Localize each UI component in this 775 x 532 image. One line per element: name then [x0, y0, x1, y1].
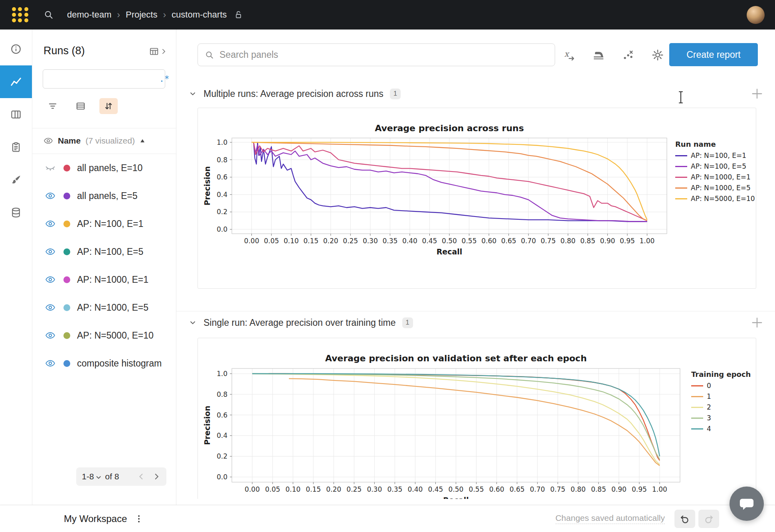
svg-text:0.8: 0.8 — [217, 156, 227, 164]
undo-button[interactable] — [674, 510, 695, 528]
rail-item-charts[interactable] — [0, 65, 32, 98]
chart-panel-average-precision-per-epoch[interactable]: 0.000.050.100.150.200.250.300.350.400.45… — [198, 338, 756, 499]
svg-text:1.00: 1.00 — [640, 237, 655, 245]
svg-text:0.25: 0.25 — [346, 485, 362, 493]
section-title[interactable]: Single run: Average precision over train… — [204, 317, 396, 328]
pagination-next-button[interactable] — [152, 472, 161, 481]
legend-entry: 0 — [691, 382, 751, 390]
rail-item-notes[interactable] — [0, 131, 32, 164]
breadcrumb-team[interactable]: demo-team — [67, 10, 111, 20]
run-row[interactable]: composite histogram — [32, 349, 176, 377]
workspace-main: x Create report Multiple runs: Average p… — [176, 30, 775, 499]
run-row[interactable]: all panels, E=10 — [32, 154, 176, 182]
breadcrumb-projects[interactable]: Projects — [126, 10, 157, 20]
legend-swatch — [675, 198, 687, 199]
runs-list: all panels, E=10all panels, E=5AP: N=100… — [32, 154, 176, 377]
run-row[interactable]: AP: N=100, E=1 — [32, 210, 176, 238]
run-row[interactable]: AP: N=1000, E=5 — [32, 294, 176, 321]
runs-table-expand-button[interactable] — [149, 46, 167, 57]
run-row[interactable]: AP: N=100, E=5 — [32, 238, 176, 266]
redo-button[interactable] — [698, 510, 719, 528]
eye-icon[interactable] — [45, 302, 55, 313]
svg-text:0.0: 0.0 — [217, 225, 227, 233]
pagination-of: of 8 — [105, 472, 119, 481]
pagination-range[interactable]: 1-8 — [82, 472, 94, 481]
create-report-button[interactable]: Create report — [669, 43, 758, 66]
wandb-logo-icon[interactable] — [12, 7, 29, 22]
eye-icon[interactable] — [45, 246, 55, 257]
outlier-removal-icon[interactable] — [619, 46, 637, 64]
workspace-name[interactable]: My Workspace — [64, 513, 127, 524]
chevron-down-icon[interactable] — [188, 318, 197, 327]
legend-swatch — [675, 166, 687, 167]
svg-text:0.30: 0.30 — [363, 237, 378, 245]
legend-label: AP: N=100, E=5 — [691, 162, 746, 170]
settings-gear-icon[interactable] — [649, 46, 666, 64]
legend-entry: 1 — [691, 392, 751, 400]
runs-search-input[interactable] — [51, 74, 159, 84]
breadcrumb: demo-team › Projects › custom-charts — [67, 10, 243, 20]
user-avatar[interactable] — [747, 6, 765, 24]
sort-button[interactable] — [99, 98, 118, 114]
autosave-status: Changes saved automatically — [556, 513, 665, 524]
eye-icon[interactable] — [45, 219, 55, 229]
svg-text:Average precision across runs: Average precision across runs — [375, 123, 524, 133]
svg-text:0.90: 0.90 — [611, 485, 627, 493]
run-row[interactable]: AP: N=1000, E=1 — [32, 266, 176, 294]
rail-item-artifacts[interactable] — [0, 196, 32, 229]
add-panel-button[interactable] — [750, 316, 764, 329]
runs-search-box: .* — [43, 69, 165, 89]
legend-label: AP: N=1000, E=5 — [691, 184, 751, 192]
navbar-search-icon[interactable] — [43, 9, 54, 20]
eye-icon[interactable] — [45, 358, 55, 368]
support-chat-button[interactable] — [730, 487, 764, 521]
smoothing-iron-icon[interactable] — [590, 46, 607, 64]
eye-off-icon[interactable] — [45, 163, 55, 173]
run-row[interactable]: all panels, E=5 — [32, 182, 176, 210]
group-button[interactable] — [71, 98, 90, 114]
section-title[interactable]: Multiple runs: Average precision across … — [204, 89, 384, 99]
name-column-label: Name — [58, 136, 81, 146]
figure: 0.000.050.100.150.200.250.300.350.400.45… — [198, 338, 756, 499]
legend-label: 1 — [707, 392, 711, 400]
panel-search-input[interactable] — [219, 49, 548, 60]
breadcrumb-project-name[interactable]: custom-charts — [172, 10, 227, 20]
legend-swatch — [675, 187, 687, 189]
left-rail — [0, 30, 32, 505]
regex-toggle[interactable]: .* — [159, 74, 169, 84]
workspace-menu-button[interactable] — [134, 514, 144, 524]
eye-icon[interactable] — [45, 330, 55, 341]
runs-name-header[interactable]: Name (7 visualized) — [43, 128, 145, 154]
svg-text:0.6: 0.6 — [217, 411, 227, 419]
unlock-icon — [234, 10, 243, 20]
svg-text:0.25: 0.25 — [343, 237, 358, 245]
filter-button[interactable] — [43, 98, 62, 114]
x-axis-settings-icon[interactable]: x — [560, 46, 578, 64]
chat-icon — [738, 495, 755, 512]
rail-item-sweeps[interactable] — [0, 164, 32, 196]
chart-panel-average-precision-across-runs[interactable]: 0.000.050.100.150.200.250.300.350.400.45… — [198, 108, 756, 289]
eye-icon[interactable] — [45, 274, 55, 285]
svg-text:0.10: 0.10 — [284, 237, 299, 245]
legend-swatch — [691, 418, 703, 419]
run-color-dot — [63, 248, 70, 255]
svg-text:0.00: 0.00 — [244, 237, 259, 245]
legend-swatch — [691, 428, 703, 430]
rail-item-overview[interactable] — [0, 33, 32, 65]
rail-item-panels[interactable] — [0, 98, 32, 131]
run-color-dot — [63, 221, 70, 227]
sort-caret-icon — [140, 138, 145, 143]
chevron-down-icon[interactable] — [188, 89, 197, 98]
svg-text:Precision: Precision — [203, 406, 212, 445]
svg-text:0.55: 0.55 — [469, 485, 484, 493]
panel-count-badge: 1 — [390, 89, 401, 99]
pagination-prev-button[interactable] — [137, 472, 146, 481]
bottom-bar: My Workspace Changes saved automatically — [0, 505, 775, 532]
run-row[interactable]: AP: N=5000, E=10 — [32, 321, 176, 349]
svg-text:0.6: 0.6 — [217, 173, 227, 181]
legend-swatch — [691, 385, 703, 386]
add-panel-button[interactable] — [750, 87, 764, 100]
svg-text:0.45: 0.45 — [428, 485, 443, 493]
svg-text:0.70: 0.70 — [521, 237, 536, 245]
eye-icon[interactable] — [45, 191, 55, 201]
